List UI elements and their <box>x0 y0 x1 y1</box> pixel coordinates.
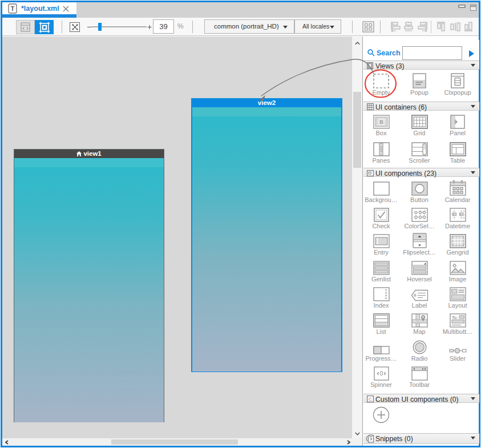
svg-text:T: T <box>11 5 15 12</box>
svg-text:0: 0 <box>379 370 383 377</box>
svg-text:B: B <box>379 119 383 125</box>
svg-text:To:: To: <box>452 315 458 320</box>
svg-text:C: C <box>369 397 372 402</box>
